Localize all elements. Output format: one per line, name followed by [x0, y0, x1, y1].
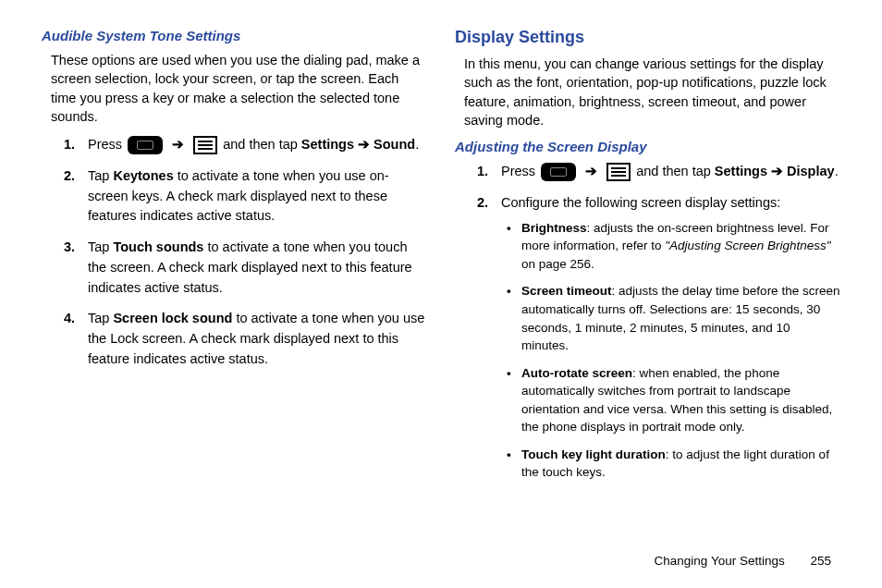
sound-label: Sound	[374, 137, 415, 152]
step-3: 3. Tap Touch sounds to activate a tone w…	[64, 238, 427, 298]
step-1: 1. Press ➔ and then tap Settings➔Sound.	[64, 135, 427, 155]
page-footer: Changing Your Settings 255	[655, 554, 831, 568]
text: Configure the following screen display s…	[501, 195, 780, 210]
display-label: Display	[787, 164, 835, 178]
home-icon	[541, 163, 576, 181]
step-1: 1. Press ➔ and then tap Settings➔Display…	[477, 162, 840, 182]
settings-label: Settings	[715, 164, 767, 178]
text: on page 256.	[521, 257, 594, 271]
right-column: Display Settings In this menu, you can c…	[455, 28, 840, 493]
label: Touch key light duration	[521, 447, 666, 461]
text: and then tap	[632, 164, 715, 178]
text: Tap	[88, 168, 113, 183]
menu-icon	[606, 163, 631, 181]
home-icon	[128, 136, 163, 154]
bullet-timeout: Screen timeout: adjusts the delay time b…	[507, 282, 840, 354]
bullet-autorotate: Auto-rotate screen: when enabled, the ph…	[507, 364, 840, 436]
label: Auto-rotate screen	[521, 366, 632, 380]
bullet-touchkey: Touch key light duration: to adjust the …	[507, 446, 840, 482]
display-options: Brightness: adjusts the on-screen bright…	[507, 219, 840, 482]
footer-section: Changing Your Settings	[655, 554, 785, 568]
heading-audible: Audible System Tone Settings	[42, 28, 427, 43]
step-2: 2. Configure the following screen displa…	[477, 193, 840, 482]
left-column: Audible System Tone Settings These optio…	[42, 28, 427, 493]
text: .	[835, 164, 839, 178]
settings-label: Settings	[301, 137, 354, 152]
step-4: 4. Tap Screen lock sound to activate a t…	[64, 309, 427, 369]
heading-display: Display Settings	[455, 28, 840, 47]
text: .	[415, 137, 419, 152]
text: Press	[501, 164, 539, 178]
arrow-icon: ➔	[585, 164, 597, 178]
text: Press	[88, 137, 126, 152]
display-intro: In this menu, you can change various set…	[464, 55, 840, 129]
reference: "Adjusting Screen Brightness"	[665, 239, 830, 252]
step-2: 2. Tap Keytones to activate a tone when …	[64, 166, 427, 227]
keytones-label: Keytones	[113, 168, 173, 183]
audible-steps: 1. Press ➔ and then tap Settings➔Sound. …	[64, 135, 427, 370]
bullet-brightness: Brightness: adjusts the on-screen bright…	[507, 219, 840, 274]
label: Screen timeout	[521, 284, 612, 298]
arrow-icon: ➔	[771, 164, 783, 178]
touch-sounds-label: Touch sounds	[113, 239, 203, 254]
audible-intro: These options are used when you use the …	[51, 51, 427, 126]
page-number: 255	[810, 554, 831, 568]
text: Tap	[88, 311, 113, 325]
content-columns: Audible System Tone Settings These optio…	[42, 28, 840, 493]
arrow-icon: ➔	[172, 137, 184, 152]
label: Brightness	[521, 221, 587, 235]
menu-icon	[193, 136, 217, 154]
text: Tap	[88, 239, 113, 254]
arrow-icon: ➔	[358, 137, 370, 152]
text: and then tap	[219, 137, 301, 152]
display-steps: 1. Press ➔ and then tap Settings➔Display…	[477, 162, 840, 482]
heading-adjusting: Adjusting the Screen Display	[455, 139, 840, 154]
screen-lock-label: Screen lock sound	[113, 311, 232, 325]
